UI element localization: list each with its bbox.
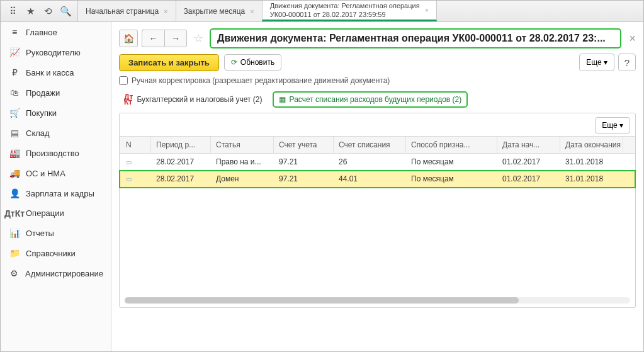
sidebar-item-assets[interactable]: 🚚ОС и НМА [1, 163, 111, 183]
home-button[interactable]: 🏠 [119, 30, 138, 47]
sidebar-item-label: Производство [26, 149, 79, 158]
help-button[interactable]: ? [618, 54, 636, 71]
grid-container: Еще ▾ N Период р... Статья Счет учета Сч… [119, 113, 636, 308]
history-icon[interactable]: ⟲ [40, 3, 56, 20]
tab-doc-movements[interactable]: Движения документа: Регламентная операци… [262, 1, 437, 21]
gear-icon: ⚙ [8, 268, 20, 278]
close-page-button[interactable]: × [629, 32, 636, 45]
dtkt-icon: ДтКт [124, 94, 133, 105]
sidebar-item-main[interactable]: ≡Главное [1, 22, 111, 42]
col-method[interactable]: Способ призна... [406, 137, 497, 153]
close-icon[interactable]: × [250, 8, 254, 15]
search-icon[interactable]: 🔍 [57, 3, 74, 20]
tabs-container: Начальная страница× Закрытие месяца× Дви… [77, 1, 436, 21]
page-title: Движения документа: Регламентная операци… [210, 28, 621, 48]
close-icon[interactable]: × [425, 6, 429, 14]
table-icon: ▦ [279, 95, 286, 104]
back-button[interactable]: ← [142, 30, 164, 47]
manual-correction-checkbox[interactable] [119, 76, 128, 85]
refresh-icon: ⟳ [231, 58, 237, 67]
sidebar-item-production[interactable]: 🏭Производство [1, 143, 111, 163]
col-account[interactable]: Счет учета [274, 137, 334, 153]
folder-icon: 📁 [8, 248, 21, 258]
sidebar-item-label: Продажи [26, 88, 60, 98]
refresh-button[interactable]: ⟳Обновить [224, 54, 281, 71]
col-writeoff-account[interactable]: Счет списания [334, 137, 406, 153]
save-and-close-button[interactable]: Записать и закрыть [119, 54, 219, 71]
row-icon: ▭ [126, 159, 132, 166]
person-icon: 👤 [8, 188, 21, 198]
reports-icon: 📊 [8, 228, 21, 238]
row-icon: ▭ [126, 176, 132, 183]
sidebar-item-warehouse[interactable]: ▤Склад [1, 123, 111, 143]
sidebar-item-label: Справочники [26, 249, 76, 258]
sidebar-item-label: Отчеты [26, 229, 54, 238]
sidebar-item-purchases[interactable]: 🛒Покупки [1, 103, 111, 123]
col-end-date[interactable]: Дата окончания [560, 137, 623, 153]
sidebar-item-label: Покупки [26, 108, 57, 118]
sidebar: ≡Главное 📈Руководителю ₽Банк и касса 🛍Пр… [1, 22, 111, 351]
grid-icon: ▤ [8, 128, 21, 138]
grid-header: N Период р... Статья Счет учета Счет спи… [120, 137, 635, 154]
ruble-icon: ₽ [8, 67, 21, 77]
col-n[interactable]: N [120, 137, 151, 153]
table-row[interactable]: ▭ 28.02.2017 Домен 97.21 44.01 По месяца… [120, 171, 635, 188]
table-row[interactable]: ▭ 28.02.2017 Право на и... 97.21 26 По м… [120, 154, 635, 171]
sidebar-item-manager[interactable]: 📈Руководителю [1, 42, 111, 62]
sidebar-item-admin[interactable]: ⚙Администрирование [1, 263, 111, 283]
factory-icon: 🏭 [8, 148, 21, 158]
sidebar-item-label: Администрирование [25, 269, 103, 278]
sidebar-item-operations[interactable]: ДтКтОперации [1, 203, 111, 223]
forward-button[interactable]: → [164, 30, 187, 47]
col-period[interactable]: Период р... [151, 137, 211, 153]
menu-icon: ≡ [8, 27, 21, 37]
sidebar-item-label: ОС и НМА [26, 169, 65, 178]
star-icon[interactable]: ★ [22, 3, 38, 20]
sidebar-item-salary[interactable]: 👤Зарплата и кадры [1, 183, 111, 203]
sidebar-item-directories[interactable]: 📁Справочники [1, 243, 111, 263]
favorite-icon[interactable]: ☆ [193, 31, 203, 45]
sidebar-item-label: Руководителю [26, 48, 81, 57]
sidebar-item-label: Склад [26, 128, 50, 138]
col-article[interactable]: Статья [211, 137, 274, 153]
more-button[interactable]: Еще ▾ [579, 54, 614, 71]
tab-accounting[interactable]: ДтКт Бухгалтерский и налоговый учет (2) [119, 92, 268, 107]
grid-more-button[interactable]: Еще ▾ [595, 117, 630, 133]
sidebar-item-label: Главное [26, 28, 57, 37]
horizontal-scrollbar[interactable] [125, 297, 630, 304]
sidebar-item-label: Банк и касса [26, 68, 74, 77]
sidebar-item-label: Зарплата и кадры [26, 189, 94, 198]
tab-home[interactable]: Начальная страница× [77, 1, 176, 21]
sidebar-item-sales[interactable]: 🛍Продажи [1, 82, 111, 103]
tab-deferred-expenses[interactable]: ▦ Расчет списания расходов будущих перио… [273, 91, 468, 108]
bag-icon: 🛍 [8, 88, 21, 98]
sidebar-item-reports[interactable]: 📊Отчеты [1, 223, 111, 243]
chart-icon: 📈 [8, 47, 21, 57]
dtkt-icon: ДтКт [8, 211, 21, 216]
manual-correction-label: Ручная корректировка (разрешает редактир… [132, 76, 390, 85]
col-start-date[interactable]: Дата нач... [497, 137, 560, 153]
tab-closing[interactable]: Закрытие месяца× [176, 1, 263, 21]
sidebar-item-bank[interactable]: ₽Банк и касса [1, 62, 111, 82]
sidebar-item-label: Операции [26, 208, 64, 218]
close-icon[interactable]: × [164, 8, 167, 15]
truck-icon: 🚚 [8, 168, 21, 178]
apps-icon[interactable]: ⠿ [4, 3, 21, 20]
cart-icon: 🛒 [8, 108, 21, 118]
